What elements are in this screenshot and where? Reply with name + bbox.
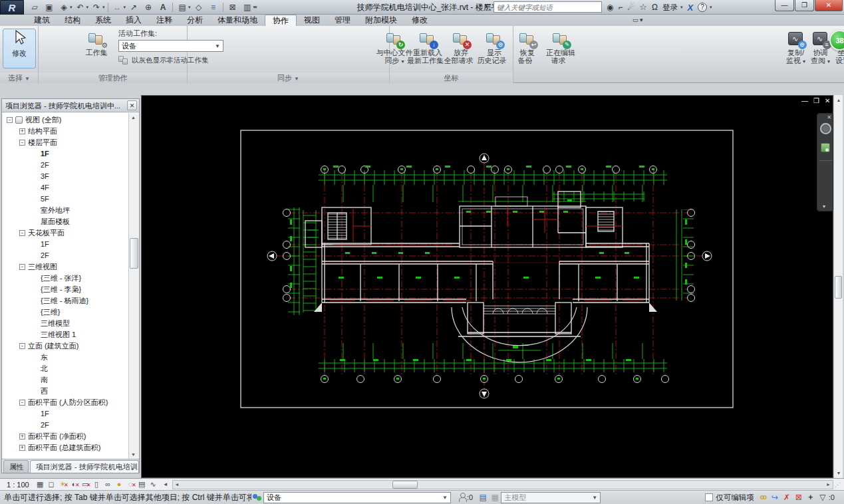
worksets-button[interactable]: ⚙ 工作集 (80, 29, 113, 57)
close-hidden-windows-icon[interactable]: ⊠ (226, 1, 239, 13)
tree-item[interactable]: 南 (3, 374, 130, 386)
tree-item[interactable]: - 视图 (全部) (3, 114, 130, 126)
ribbon-tab[interactable]: 系统 (88, 15, 118, 26)
tree-item[interactable]: 三维模型 (3, 318, 130, 329)
canvas-vertical-scrollbar[interactable]: ▲ ▼ (833, 95, 843, 478)
tree-item[interactable]: - 三维视图 (3, 261, 130, 273)
ribbon-big-button[interactable]: ↩ 恢复备份 ▾ (511, 29, 544, 65)
project-browser-title[interactable]: 项目浏览器 - 技师学院机电培训中... (2, 99, 139, 112)
tree-toggle[interactable]: + (19, 445, 25, 451)
switch-windows-icon[interactable]: ▥ (241, 1, 254, 13)
tree-item[interactable]: 北 (3, 363, 130, 374)
tree-item[interactable]: - 面积平面 (人防分区面积) (3, 397, 130, 408)
scroll-right-arrow[interactable]: ► (824, 481, 833, 489)
ribbon-tab[interactable]: 建筑 (27, 15, 57, 26)
search-icon[interactable]: ◉ (607, 1, 613, 13)
tree-item[interactable]: 4F (3, 182, 130, 193)
sync-with-central-icon[interactable]: ◈ (57, 1, 70, 13)
tree-item[interactable]: - 楼层平面 (3, 137, 130, 148)
horizontal-scrollbar-thumb[interactable] (392, 481, 418, 489)
text-icon[interactable]: A (156, 1, 170, 13)
navigation-bar[interactable]: ✕ ▾ (817, 113, 833, 211)
scroll-down-arrow[interactable]: ▼ (834, 468, 843, 478)
viewbar-collapse-arrow[interactable]: ◄ (159, 481, 172, 487)
ribbon-tab[interactable]: 管理 (327, 15, 358, 26)
editing-requests-icon[interactable] (458, 492, 467, 503)
steering-wheel-icon[interactable] (820, 123, 831, 134)
scroll-down-arrow[interactable]: ▼ (129, 450, 138, 459)
tree-item[interactable]: 2F (3, 160, 130, 171)
undo-dropdown-arrow[interactable]: ▾ (86, 5, 89, 10)
drawing-canvas[interactable] (141, 95, 833, 478)
temporary-view-properties-icon[interactable]: ▤ (136, 479, 148, 489)
tree-item[interactable]: + 面积平面 (净面积) (3, 431, 130, 442)
exchange-apps-icon[interactable]: X (687, 3, 693, 13)
tree-toggle[interactable]: + (19, 128, 25, 134)
tree-toggle[interactable]: - (19, 343, 25, 349)
workset-selector[interactable]: 设备▼ (263, 492, 451, 503)
minimize-button[interactable]: — (775, 0, 794, 11)
revit-logo-button[interactable]: R (0, 0, 24, 16)
ribbon-tab[interactable]: 分析 (180, 15, 210, 26)
tree-item[interactable]: {三维 - 杨雨迪} (3, 295, 130, 307)
view-close-icon[interactable]: ✕ (825, 97, 830, 105)
redo-dropdown-arrow[interactable]: ▾ (102, 5, 105, 10)
ribbon-tab[interactable]: 体量和场地 (210, 15, 265, 26)
canvas-horizontal-scrollbar[interactable]: ◄ ► (172, 480, 833, 489)
help-icon[interactable]: ? (698, 3, 707, 12)
sun-path-icon[interactable]: ☀✕ (57, 479, 69, 489)
modify-button[interactable]: 修改 (3, 29, 36, 68)
measure-dropdown-arrow[interactable]: ▾ (124, 5, 126, 10)
default-3d-view-icon[interactable]: ▤ (176, 1, 189, 13)
analytical-model-icon[interactable]: ∿ (148, 479, 159, 489)
tree-item[interactable]: 3F (3, 171, 130, 182)
tree-toggle[interactable]: - (19, 400, 25, 406)
close-button[interactable]: ✕ (815, 0, 843, 11)
scroll-up-arrow[interactable]: ▲ (834, 95, 843, 105)
navbar-more-arrow[interactable]: ▾ (823, 203, 825, 209)
tree-item[interactable]: 三维视图 1 (3, 329, 130, 340)
tree-item[interactable]: 西 (3, 386, 130, 397)
ribbon-tab[interactable]: 修改 (404, 15, 435, 26)
design-option-selector[interactable]: 主模型▼ (501, 492, 601, 503)
3d-view-dropdown-arrow[interactable]: ▾ (188, 5, 191, 10)
reveal-hidden-elements-icon[interactable]: ● (114, 479, 125, 489)
open-icon[interactable]: ▱ (28, 1, 41, 13)
ribbon-tab[interactable]: 视图 (297, 15, 327, 26)
crop-view-icon[interactable]: ▭✕ (80, 479, 91, 489)
ribbon-display-toggle[interactable]: ▭ ▾ (629, 15, 647, 26)
tree-toggle[interactable]: - (19, 140, 25, 146)
project-browser-close-icon[interactable]: ✕ (127, 100, 137, 110)
ribbon-tab[interactable]: 附加模块 (358, 15, 404, 26)
editable-only-checkbox[interactable] (705, 493, 713, 501)
tree-item[interactable]: 室外地坪 (3, 205, 130, 216)
tree-item[interactable]: + 结构平面 (3, 126, 130, 137)
exclude-options-icon[interactable]: ⊠ (793, 492, 805, 503)
tree-item[interactable]: {三维 - 李枭} (3, 284, 130, 295)
panel-tab[interactable]: 属性 (3, 460, 29, 473)
unpin-permitted-icon[interactable]: ✗ (781, 492, 793, 503)
navbar-close-icon[interactable]: ✕ (827, 114, 831, 120)
filter-icon[interactable]: ▽ (817, 492, 829, 503)
select-panel-label[interactable]: 选择 ▼ (0, 72, 38, 83)
tree-toggle[interactable]: + (19, 434, 25, 440)
view-restore-icon[interactable]: ❐ (813, 97, 819, 105)
section-icon[interactable]: ◇ (192, 1, 206, 13)
tree-toggle[interactable]: - (19, 264, 25, 270)
signin-label[interactable]: 登录 (662, 3, 678, 13)
ribbon-big-button[interactable]: ∿ ⊙ 复制/监视 ▾ (783, 29, 808, 65)
visual-style-icon[interactable]: ◻ (46, 479, 57, 489)
tree-item[interactable]: 5F (3, 193, 130, 205)
search-input[interactable] (493, 1, 602, 13)
tree-item[interactable]: - 立面 (建筑立面) (3, 340, 130, 352)
tree-scrollbar[interactable]: ▲ ▼ (128, 113, 138, 459)
tree-item[interactable]: {三维 - 张洋} (3, 273, 130, 284)
ribbon-big-button[interactable]: ✎ 正在编辑请求 ▾ (544, 29, 577, 65)
ribbon-tab[interactable]: 插入 (118, 15, 149, 26)
favorites-star-icon[interactable]: ☆ (639, 1, 647, 13)
ribbon-tab[interactable]: 协作 (265, 15, 297, 26)
subscription-key-icon[interactable]: ⌐ (618, 1, 623, 13)
panel-tab[interactable]: 项目浏览器 - 技师学院机电培训... (30, 460, 139, 473)
show-crop-region-icon[interactable]: ▯ (91, 479, 102, 489)
synchronize-panel-label[interactable]: 同步 ▼ (188, 72, 389, 83)
